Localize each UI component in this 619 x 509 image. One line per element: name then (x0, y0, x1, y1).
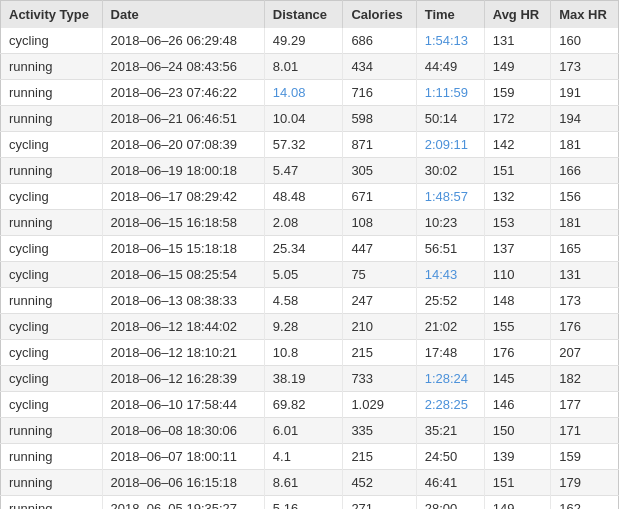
cell-distance: 5.16 (264, 496, 343, 510)
cell-date: 2018–06–26 06:29:48 (102, 28, 264, 54)
header-max-hr: Max HR (551, 1, 619, 29)
cell-distance: 8.01 (264, 54, 343, 80)
cell-date: 2018–06–21 06:46:51 (102, 106, 264, 132)
cell-distance: 38.19 (264, 366, 343, 392)
cell-time: 21:02 (416, 314, 484, 340)
cell-max-hr: 181 (551, 132, 619, 158)
cell-activity: running (1, 496, 103, 510)
cell-max-hr: 162 (551, 496, 619, 510)
cell-date: 2018–06–15 15:18:18 (102, 236, 264, 262)
header-activity-type: Activity Type (1, 1, 103, 29)
cell-activity: running (1, 80, 103, 106)
header-avg-hr: Avg HR (484, 1, 550, 29)
cell-activity: running (1, 106, 103, 132)
cell-distance: 6.01 (264, 418, 343, 444)
cell-avg-hr: 155 (484, 314, 550, 340)
cell-activity: running (1, 210, 103, 236)
cell-distance: 49.29 (264, 28, 343, 54)
cell-distance: 48.48 (264, 184, 343, 210)
cell-distance: 10.8 (264, 340, 343, 366)
table-header-row: Activity Type Date Distance Calories Tim… (1, 1, 619, 29)
cell-avg-hr: 159 (484, 80, 550, 106)
cell-distance: 10.04 (264, 106, 343, 132)
cell-max-hr: 131 (551, 262, 619, 288)
cell-calories: 215 (343, 340, 416, 366)
cell-calories: 210 (343, 314, 416, 340)
cell-avg-hr: 139 (484, 444, 550, 470)
cell-date: 2018–06–12 16:28:39 (102, 366, 264, 392)
cell-max-hr: 194 (551, 106, 619, 132)
cell-time: 50:14 (416, 106, 484, 132)
cell-date: 2018–06–15 08:25:54 (102, 262, 264, 288)
activity-table: Activity Type Date Distance Calories Tim… (0, 0, 619, 509)
cell-activity: running (1, 158, 103, 184)
cell-distance: 9.28 (264, 314, 343, 340)
cell-activity: running (1, 288, 103, 314)
cell-activity: cycling (1, 132, 103, 158)
table-row: cycling2018–06–12 16:28:3938.197331:28:2… (1, 366, 619, 392)
cell-time[interactable]: 1:48:57 (416, 184, 484, 210)
table-row: cycling2018–06–17 08:29:4248.486711:48:5… (1, 184, 619, 210)
cell-distance: 57.32 (264, 132, 343, 158)
cell-max-hr: 156 (551, 184, 619, 210)
table-row: cycling2018–06–26 06:29:4849.296861:54:1… (1, 28, 619, 54)
header-distance: Distance (264, 1, 343, 29)
cell-distance: 5.47 (264, 158, 343, 184)
cell-time: 30:02 (416, 158, 484, 184)
table-row: cycling2018–06–15 08:25:545.057514:43110… (1, 262, 619, 288)
table-row: cycling2018–06–12 18:44:029.2821021:0215… (1, 314, 619, 340)
cell-time[interactable]: 1:54:13 (416, 28, 484, 54)
cell-distance: 4.58 (264, 288, 343, 314)
cell-activity: running (1, 470, 103, 496)
cell-date: 2018–06–10 17:58:44 (102, 392, 264, 418)
cell-activity: cycling (1, 366, 103, 392)
cell-avg-hr: 142 (484, 132, 550, 158)
cell-date: 2018–06–05 19:35:27 (102, 496, 264, 510)
cell-avg-hr: 172 (484, 106, 550, 132)
cell-calories: 305 (343, 158, 416, 184)
cell-distance: 5.05 (264, 262, 343, 288)
cell-avg-hr: 145 (484, 366, 550, 392)
cell-date: 2018–06–23 07:46:22 (102, 80, 264, 106)
table-row: running2018–06–21 06:46:5110.0459850:141… (1, 106, 619, 132)
cell-date: 2018–06–24 08:43:56 (102, 54, 264, 80)
cell-calories: 335 (343, 418, 416, 444)
cell-avg-hr: 151 (484, 158, 550, 184)
cell-activity: cycling (1, 28, 103, 54)
cell-date: 2018–06–19 18:00:18 (102, 158, 264, 184)
cell-time[interactable]: 2:09:11 (416, 132, 484, 158)
cell-date: 2018–06–13 08:38:33 (102, 288, 264, 314)
cell-calories: 215 (343, 444, 416, 470)
cell-time[interactable]: 1:28:24 (416, 366, 484, 392)
cell-max-hr: 179 (551, 470, 619, 496)
cell-activity: cycling (1, 314, 103, 340)
cell-distance: 25.34 (264, 236, 343, 262)
cell-date: 2018–06–06 16:15:18 (102, 470, 264, 496)
activity-table-container: Activity Type Date Distance Calories Tim… (0, 0, 619, 509)
table-row: cycling2018–06–12 18:10:2110.821517:4817… (1, 340, 619, 366)
cell-time: 46:41 (416, 470, 484, 496)
cell-time[interactable]: 14:43 (416, 262, 484, 288)
cell-time: 24:50 (416, 444, 484, 470)
cell-avg-hr: 153 (484, 210, 550, 236)
cell-avg-hr: 146 (484, 392, 550, 418)
table-row: running2018–06–13 08:38:334.5824725:5214… (1, 288, 619, 314)
cell-avg-hr: 149 (484, 496, 550, 510)
cell-max-hr: 159 (551, 444, 619, 470)
cell-avg-hr: 110 (484, 262, 550, 288)
cell-date: 2018–06–12 18:10:21 (102, 340, 264, 366)
table-row: running2018–06–07 18:00:114.121524:50139… (1, 444, 619, 470)
table-row: running2018–06–15 16:18:582.0810810:2315… (1, 210, 619, 236)
table-row: cycling2018–06–15 15:18:1825.3444756:511… (1, 236, 619, 262)
cell-time[interactable]: 2:28:25 (416, 392, 484, 418)
cell-avg-hr: 148 (484, 288, 550, 314)
cell-date: 2018–06–20 07:08:39 (102, 132, 264, 158)
cell-distance[interactable]: 14.08 (264, 80, 343, 106)
table-row: running2018–06–06 16:15:188.6145246:4115… (1, 470, 619, 496)
header-calories: Calories (343, 1, 416, 29)
cell-time[interactable]: 1:11:59 (416, 80, 484, 106)
cell-max-hr: 191 (551, 80, 619, 106)
cell-avg-hr: 176 (484, 340, 550, 366)
cell-activity: running (1, 444, 103, 470)
cell-avg-hr: 150 (484, 418, 550, 444)
